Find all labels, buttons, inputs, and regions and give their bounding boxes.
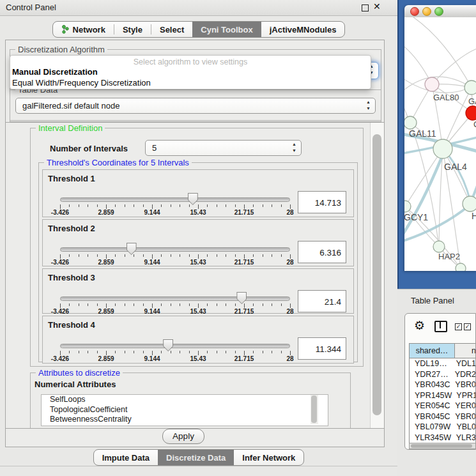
table-data-combobox[interactable]: galFiltered.sif default node ▲▼ (15, 98, 376, 114)
algorithm-dropdown-popup: Select algorithm to view settings Manual… (10, 55, 371, 89)
threshold-slider-track[interactable] (60, 344, 290, 348)
dropdown-option-manual[interactable]: Manual Discretization (12, 67, 98, 77)
table-row[interactable]: YDR27…YDR2 (410, 369, 476, 380)
table-panel-card: ⚙ ✓ ✓ shared… n YDL19…YDL1YDR27…YDR2YBR0… (404, 313, 476, 450)
mac-minimize-button[interactable] (422, 7, 431, 16)
combo-spinner-icon: ▲▼ (292, 141, 296, 154)
tab-label: jActiveMNodules (270, 25, 337, 35)
dropdown-placeholder: Select algorithm to view settings (10, 58, 371, 66)
tab-label: Network (73, 25, 105, 35)
attribute-item[interactable]: BetweennessCentrality (42, 415, 328, 425)
apply-button[interactable]: Apply (162, 429, 204, 444)
combo-spinner-icon: ▲▼ (366, 99, 371, 112)
cyni-panel: Discretization Algorithm ▲▼ Select algor… (5, 40, 385, 447)
slider-tick-labels: -3.4262.8599.14415.4321.71528 (60, 355, 290, 362)
column-header-name[interactable]: n (455, 344, 476, 358)
network-canvas[interactable]: GAL80GACGAL11GAL4GCY1HHAP2 (404, 17, 476, 271)
gear-icon[interactable]: ⚙ (414, 318, 425, 333)
slider-tick-labels: -3.4262.8599.14415.4321.71528 (60, 259, 290, 266)
group-title: Discretization Algorithm (15, 45, 107, 54)
threshold-value-field[interactable]: 11.344 (298, 337, 346, 360)
network-node-green[interactable] (404, 116, 417, 129)
tab-select[interactable]: Select (151, 22, 192, 37)
dropdown-option-equal[interactable]: Equal Width/Frequency Discretization (12, 78, 151, 88)
cell-name: YBR0 (450, 380, 476, 390)
cell-name: YLR3 (452, 433, 476, 443)
network-window: GAL80GACGAL11GAL4GCY1HHAP2 (404, 5, 476, 271)
table-row[interactable]: YPR145WYPR1 (410, 390, 476, 401)
tab-infer-network[interactable]: Infer Network (234, 450, 303, 465)
cell-name: YPR1 (452, 390, 476, 401)
node-label-gal11: GAL11 (409, 128, 436, 139)
network-node-green[interactable] (464, 81, 476, 95)
table-row[interactable]: YBR045CYBR0 (410, 411, 476, 422)
network-window-titlebar[interactable] (404, 5, 476, 18)
threshold-value-field[interactable]: 21.4 (298, 290, 346, 312)
threshold-slider-track[interactable] (60, 197, 290, 202)
threshold-label: Threshold 2 (48, 224, 95, 233)
tab-network[interactable]: Network (53, 22, 114, 37)
num-intervals-label: Number of Intervals (50, 144, 128, 153)
threshold-value-field[interactable]: 14.713 (298, 191, 346, 213)
control-panel: Control Panel ✕ NetworkStyleSelectCyni T… (0, 0, 397, 476)
node-label-c: C (473, 119, 476, 129)
table-row[interactable]: YER054CYER0 (410, 401, 476, 411)
num-intervals-combobox[interactable]: 5 ▲▼ (145, 140, 302, 156)
cell-name: YBR0 (450, 411, 476, 422)
cell-name: YDR2 (450, 369, 476, 380)
table-row[interactable]: YLR345WYLR3 (410, 433, 476, 443)
threshold-slider-handle[interactable] (127, 243, 137, 255)
table-row[interactable]: YDL19…YDL1 (410, 358, 476, 369)
group-title: Interval Definition (36, 123, 105, 133)
threshold-slider-track[interactable] (60, 296, 290, 301)
table-horizontal-scrollbar[interactable] (409, 443, 476, 449)
float-window-icon[interactable] (362, 4, 369, 12)
cell-shared-name: YDL19… (410, 358, 452, 369)
network-node-green[interactable] (456, 263, 466, 271)
threshold-box-1: Threshold 1-3.4262.8599.14415.4321.71528… (42, 169, 354, 217)
split-view-icon[interactable] (434, 321, 447, 332)
tab-style[interactable]: Style (114, 22, 151, 37)
threshold-slider-track[interactable] (60, 247, 290, 252)
tab-label: Select (160, 25, 184, 35)
table-data-group: Table Data galFiltered.sif default node … (10, 89, 381, 121)
slider-tick-labels: -3.4262.8599.14415.4321.71528 (60, 209, 290, 216)
attribute-item[interactable]: TopologicalCoefficient (42, 405, 328, 415)
attribute-item[interactable]: SelfLoops (42, 395, 328, 405)
node-label-gal4: GAL4 (444, 162, 467, 172)
network-node-green[interactable] (433, 139, 452, 158)
network-node-green[interactable] (463, 196, 476, 211)
interval-definition-group: Interval Definition Number of Intervals … (30, 128, 364, 367)
cell-shared-name: YDR27… (410, 369, 450, 380)
top-tabbar: NetworkStyleSelectCyni ToolboxjActiveMNo… (52, 21, 346, 38)
network-node-red[interactable] (466, 106, 476, 120)
tab-impute-data[interactable]: Impute Data (94, 450, 158, 465)
panel-vertical-scrollbar[interactable] (370, 123, 384, 428)
tab-label: Impute Data (102, 453, 150, 463)
network-edge-thick (404, 206, 469, 242)
threshold-value-field[interactable]: 6.316 (298, 241, 346, 263)
settings-scroll-panel: Interval Definition Number of Intervals … (6, 122, 384, 429)
mac-close-button[interactable] (410, 7, 419, 16)
threshold-slider-handle[interactable] (163, 339, 173, 351)
threshold-label: Threshold 1 (48, 174, 95, 183)
table-row[interactable]: YBR043CYBR0 (410, 380, 476, 390)
numerical-attributes-list[interactable]: SelfLoopsTopologicalCoefficientBetweenne… (41, 394, 328, 426)
mac-zoom-button[interactable] (434, 7, 443, 16)
threshold-slider-handle[interactable] (188, 193, 198, 205)
column-header-shared[interactable]: shared… (410, 344, 455, 358)
checkbox-icon[interactable]: ✓ (455, 323, 462, 330)
close-icon[interactable]: ✕ (373, 1, 381, 12)
checkbox-icon[interactable]: ✓ (464, 323, 471, 330)
attributes-list-scrollbar[interactable] (311, 395, 318, 424)
table-row[interactable]: YBL079WYBL0 (410, 422, 476, 433)
tab-cyni-toolbox[interactable]: Cyni Toolbox (192, 22, 261, 37)
tab-label: Discretize Data (166, 453, 226, 463)
network-node-pink[interactable] (425, 77, 439, 91)
tab-jactivemnodules[interactable]: jActiveMNodules (261, 22, 345, 37)
threshold-slider-handle[interactable] (236, 292, 247, 304)
network-node-green[interactable] (433, 241, 445, 252)
tab-discretize-data[interactable]: Discretize Data (158, 450, 234, 465)
node-label-hap2: HAP2 (438, 252, 460, 261)
right-column: GAL80GACGAL11GAL4GCY1HHAP2 Table Panel ⚙… (397, 0, 476, 476)
